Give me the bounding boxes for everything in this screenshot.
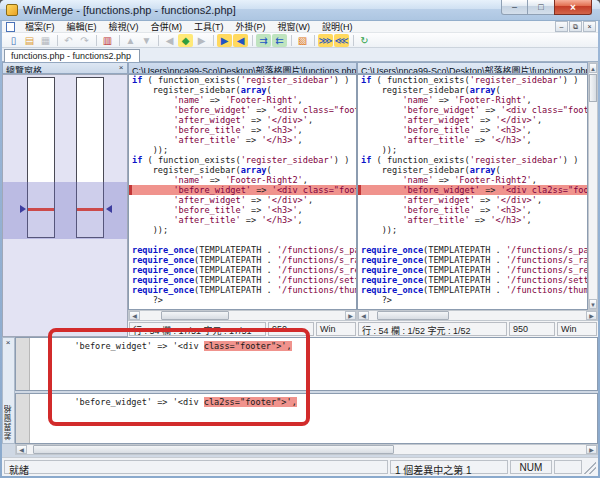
scroll-right-icon[interactable]: ▶ bbox=[586, 445, 597, 454]
code-line: if ( function_exists('register_sidebar')… bbox=[358, 155, 587, 165]
diff-pane-bottom-text[interactable]: 'before_widget' => '<div cla2ss="footer"… bbox=[15, 393, 598, 444]
left-panel-statusbar: 行 : 54 欄 : 17/51 字元 : 17/51 950 Win bbox=[128, 321, 357, 337]
options-icon[interactable]: ▥ bbox=[100, 34, 115, 47]
scroll-right-icon[interactable]: ▶ bbox=[345, 311, 356, 320]
menu-item-2[interactable]: 檢視(V) bbox=[103, 22, 145, 32]
current-diff-icon[interactable]: ◆ bbox=[178, 34, 193, 47]
diff-pane-top-text[interactable]: 'before_widget' => '<div class="footer">… bbox=[15, 337, 598, 391]
mdi-restore-button[interactable]: ⧉ bbox=[569, 21, 582, 32]
code-line: 'after_title' => '</h3>', bbox=[129, 215, 356, 225]
toolbar-separator bbox=[353, 35, 354, 46]
toolbar: ▯▤▦↶↷▥▲▼◀◆▶▶◀⇉⇇▧⋙⋘↻ bbox=[2, 33, 598, 48]
code-line: require_once(TEMPLATEPATH . '/functions/… bbox=[358, 285, 587, 295]
location-pane-title: 總覽窗格 bbox=[6, 66, 42, 74]
vscroll-thumb[interactable] bbox=[589, 74, 597, 102]
scroll-left-icon[interactable]: ◀ bbox=[358, 311, 369, 320]
tab-functions-compare[interactable]: functions.php - functions2.php bbox=[4, 49, 140, 62]
mdi-close-button[interactable]: × bbox=[583, 21, 596, 32]
right-vertical-scrollbar[interactable]: ▲ ▼ bbox=[588, 62, 598, 310]
diff-pane-close-icon[interactable]: × bbox=[3, 339, 13, 348]
scroll-down-icon[interactable]: ▼ bbox=[589, 299, 597, 309]
status-num-lock: NUM bbox=[510, 460, 552, 474]
left-editor[interactable]: if ( function_exists('register_sidebar')… bbox=[128, 74, 357, 310]
document-icon bbox=[6, 22, 15, 32]
menu-item-6[interactable]: 視窗(W) bbox=[272, 22, 317, 32]
menu-item-4[interactable]: 工具(T) bbox=[188, 22, 230, 32]
menu-item-1[interactable]: 編輯(E) bbox=[61, 22, 103, 32]
close-button[interactable]: × bbox=[554, 0, 592, 15]
resize-grip[interactable] bbox=[584, 460, 596, 474]
code-line: require_once(TEMPLATEPATH . '/functions/… bbox=[358, 245, 587, 255]
new-file-icon[interactable]: ▯ bbox=[6, 34, 21, 47]
code-line: 'after_widget' => '</div>', bbox=[358, 115, 587, 125]
right-horizontal-scrollbar[interactable]: ◀ ▶ bbox=[357, 310, 598, 321]
toolbar-separator bbox=[158, 35, 159, 46]
diff-marker-arrow-left bbox=[20, 205, 26, 213]
copy-left-icon[interactable]: ◀ bbox=[233, 34, 248, 47]
scroll-up-icon[interactable]: ▲ bbox=[589, 63, 597, 73]
window-title: WinMerge - [functions.php - functions2.p… bbox=[23, 4, 236, 16]
menu-item-0[interactable]: 檔案(F) bbox=[19, 22, 61, 32]
code-line: 'after_title' => '</h3>', bbox=[129, 135, 356, 145]
code-line: )); bbox=[358, 225, 587, 235]
diff-mark-right bbox=[77, 208, 103, 211]
copy-left-advance-icon[interactable]: ⇇ bbox=[272, 34, 287, 47]
code-line: 'before_title' => '<h3>', bbox=[129, 125, 356, 135]
diff-pane-hscroll-thumb[interactable] bbox=[33, 445, 393, 454]
status-bar: 就緒 1 個差異中之第 1 NUM bbox=[2, 457, 598, 476]
toolbar-separator bbox=[96, 35, 97, 46]
title-bar[interactable]: WinMerge - [functions.php - functions2.p… bbox=[0, 0, 600, 21]
open-file-icon[interactable]: ▤ bbox=[22, 34, 37, 47]
code-line: require_once(TEMPLATEPATH . '/functions/… bbox=[358, 275, 587, 285]
menu-item-5[interactable]: 外掛(P) bbox=[230, 22, 272, 32]
code-line: 'after_widget' => '</div>', bbox=[129, 115, 356, 125]
maximize-button[interactable]: □ bbox=[528, 0, 554, 15]
next-diff-icon: ▼ bbox=[139, 34, 154, 47]
code-line: 'before_title' => '<h3>', bbox=[358, 125, 587, 135]
location-pane: 總覽窗格 × bbox=[2, 62, 128, 337]
refresh-icon[interactable]: ↻ bbox=[357, 34, 372, 47]
right-hscroll-thumb[interactable] bbox=[377, 311, 449, 320]
right-editor[interactable]: if ( function_exists('register_sidebar')… bbox=[357, 74, 588, 310]
right-file-path-header[interactable]: C:\Users\nnca99-Sco\Desktop\部落格圖片\functi… bbox=[357, 62, 588, 74]
copy-all-left-icon[interactable]: ⋘ bbox=[334, 34, 349, 47]
location-pane-close-icon[interactable]: × bbox=[116, 64, 126, 73]
code-line: 'before_widget' => '<div class="foot bbox=[358, 105, 587, 115]
code-line bbox=[129, 235, 356, 245]
left-file-path-header[interactable]: C:\Users\nnca99-Sco\Desktop\部落格圖片\functi… bbox=[128, 62, 357, 74]
first-diff-icon: ◀ bbox=[162, 34, 177, 47]
file-panel-right: C:\Users\nnca99-Sco\Desktop\部落格圖片\functi… bbox=[357, 62, 598, 337]
code-line: require_once(TEMPLATEPATH . '/functions/… bbox=[129, 285, 356, 295]
code-line: 'after_title' => '</h3>', bbox=[358, 135, 587, 145]
scroll-left-icon[interactable]: ◀ bbox=[16, 445, 27, 454]
auto-merge-icon[interactable]: ▧ bbox=[295, 34, 310, 47]
diff-line-left-version: 'before_widget' => '<div class="footer">… bbox=[33, 341, 292, 352]
location-pane-body[interactable] bbox=[2, 74, 128, 337]
status-spacer bbox=[554, 460, 582, 474]
toolbar-separator bbox=[119, 35, 120, 46]
diff-pane-horizontal-scrollbar[interactable]: ◀ ▶ bbox=[15, 444, 598, 455]
code-line: register_sidebar(array( bbox=[129, 85, 356, 95]
copy-all-right-icon[interactable]: ⋙ bbox=[318, 34, 333, 47]
left-encoding: 950 bbox=[268, 322, 314, 336]
code-line: register_sidebar(array( bbox=[358, 85, 587, 95]
copy-right-icon[interactable]: ▶ bbox=[217, 34, 232, 47]
file-panel-left: C:\Users\nnca99-Sco\Desktop\部落格圖片\functi… bbox=[128, 62, 357, 337]
code-line: require_once(TEMPLATEPATH . '/functions/… bbox=[358, 255, 587, 265]
left-hscroll-thumb[interactable] bbox=[161, 311, 229, 320]
diff-code-line: 'before_widget' => '<div cla2ss="foo bbox=[358, 185, 587, 195]
left-eol-style: Win bbox=[316, 322, 356, 336]
menu-item-3[interactable]: 合併(M) bbox=[145, 22, 189, 32]
minimize-button[interactable]: – bbox=[501, 0, 528, 15]
menu-item-7[interactable]: 說明(H) bbox=[316, 22, 359, 32]
mdi-minimize-button[interactable]: – bbox=[555, 21, 568, 32]
prev-diff-icon: ▲ bbox=[123, 34, 138, 47]
right-encoding: 950 bbox=[509, 322, 555, 336]
left-horizontal-scrollbar[interactable]: ◀ ▶ bbox=[128, 310, 357, 321]
scroll-left-icon[interactable]: ◀ bbox=[129, 311, 140, 320]
code-line: if ( function_exists('register_sidebar')… bbox=[129, 75, 356, 85]
redo-icon: ↷ bbox=[77, 34, 92, 47]
last-diff-icon: ▶ bbox=[194, 34, 209, 47]
scroll-right-icon[interactable]: ▶ bbox=[586, 311, 597, 320]
copy-right-advance-icon[interactable]: ⇉ bbox=[256, 34, 271, 47]
